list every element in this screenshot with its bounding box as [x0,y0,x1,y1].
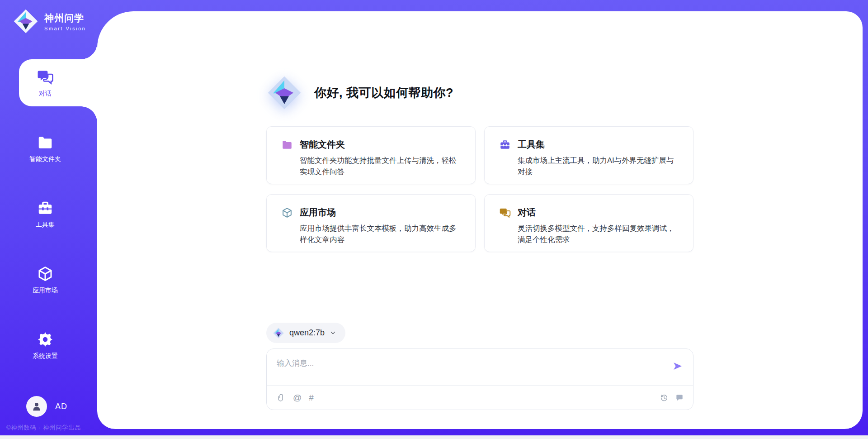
folder-icon [37,134,54,151]
card-title: 对话 [518,206,536,219]
sidebar-item-label: 系统设置 [33,352,58,360]
card-smart-folder[interactable]: 智能文件夹 智能文件夹功能支持批量文件上传与清洗，轻松实现文件问答 [266,126,476,184]
composer: @ # [266,348,693,410]
sidebar-footer-text: ©神州数码 · 神州问学出品 [6,424,81,432]
brand-logo: 神州问学 Smart Vision [13,8,86,34]
chat-icon [499,207,511,219]
sidebar: 神州问学 Smart Vision 对话 智能文件夹 工具集 应用市场 系统设置 [0,0,97,439]
card-description: 灵活切换多模型文件，支持多样回复效果调试，满足个性化需求 [518,223,680,245]
briefcase-icon [37,200,54,217]
composer-toolbar: @ # [267,385,693,410]
person-icon [31,401,42,412]
briefcase-icon [499,139,511,151]
send-icon [672,361,683,372]
greeting: 你好, 我可以如何帮助你? [266,75,693,111]
chat-icon [37,68,54,86]
sidebar-item-label: 工具集 [36,221,55,229]
card-description: 应用市场提供丰富长文本模板，助力高效生成多样化文章内容 [300,223,462,245]
sidebar-item-label: 应用市场 [33,286,58,295]
main-panel: 你好, 我可以如何帮助你? 智能文件夹 智能文件夹功能支持批量文件上传与清洗，轻… [97,11,863,429]
card-chat[interactable]: 对话 灵活切换多模型文件，支持多样回复效果调试，满足个性化需求 [484,194,693,252]
feature-cards: 智能文件夹 智能文件夹功能支持批量文件上传与清洗，轻松实现文件问答 工具集 集成… [266,126,693,252]
message-input[interactable] [277,358,656,384]
paperclip-icon[interactable] [277,393,286,402]
sidebar-item-toolset[interactable]: 工具集 [0,191,97,238]
feedback-icon[interactable] [675,393,684,402]
brand-diamond-icon [266,75,302,111]
mention-icon[interactable]: @ [293,393,302,402]
sidebar-item-label: 对话 [39,90,52,98]
model-name: qwen2:7b [289,328,325,338]
sidebar-item-settings[interactable]: 系统设置 [0,322,97,369]
brand-diamond-icon [13,8,39,34]
horizontal-scrollbar[interactable] [0,435,868,439]
cube-icon [281,207,293,219]
card-description: 集成市场上主流工具，助力AI与外界无缝扩展与对接 [518,155,680,177]
sidebar-item-chat[interactable]: 对话 [19,59,97,106]
greeting-text: 你好, 我可以如何帮助你? [314,85,453,101]
history-icon[interactable] [660,393,669,402]
card-title: 应用市场 [300,206,336,219]
user-name: AD [55,402,67,411]
cube-icon [37,265,54,282]
hashtag-icon[interactable]: # [309,393,314,402]
brand-name: 神州问学 [44,12,86,24]
card-title: 工具集 [518,138,545,151]
send-button[interactable] [672,361,683,372]
card-description: 智能文件夹功能支持批量文件上传与清洗，轻松实现文件问答 [300,155,462,177]
model-selector[interactable]: qwen2:7b [266,323,345,343]
sidebar-item-smart-folder[interactable]: 智能文件夹 [0,125,97,172]
model-logo-icon [273,327,284,339]
card-app-market[interactable]: 应用市场 应用市场提供丰富长文本模板，助力高效生成多样化文章内容 [266,194,476,252]
user-profile[interactable]: AD [26,396,67,417]
avatar [26,396,47,417]
sidebar-nav: 对话 智能文件夹 工具集 应用市场 系统设置 [0,59,97,387]
folder-icon [281,139,293,151]
sidebar-item-app-market[interactable]: 应用市场 [0,256,97,303]
gear-icon [37,331,54,348]
chevron-down-icon [330,329,336,336]
sidebar-item-label: 智能文件夹 [29,155,61,163]
card-toolset[interactable]: 工具集 集成市场上主流工具，助力AI与外界无缝扩展与对接 [484,126,693,184]
brand-subtitle: Smart Vision [44,26,86,31]
card-title: 智能文件夹 [300,138,345,151]
